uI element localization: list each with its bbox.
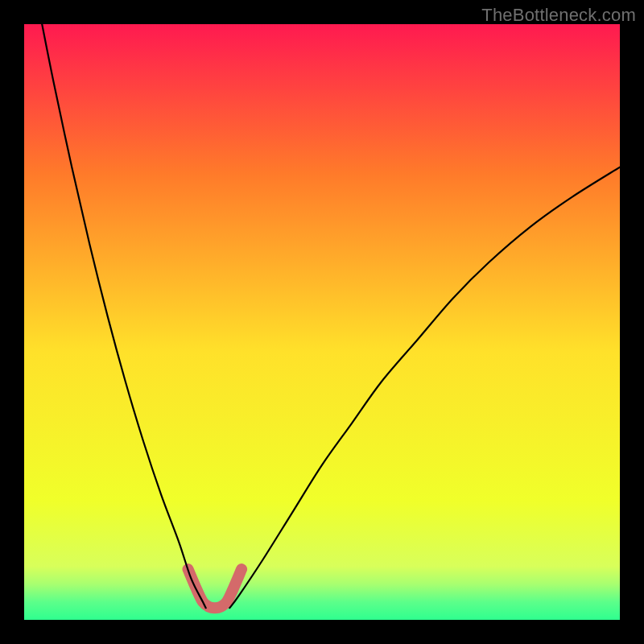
watermark-text: TheBottleneck.com (481, 5, 636, 26)
gradient-background (24, 24, 620, 620)
bottleneck-chart (24, 24, 620, 620)
chart-frame (24, 24, 620, 620)
